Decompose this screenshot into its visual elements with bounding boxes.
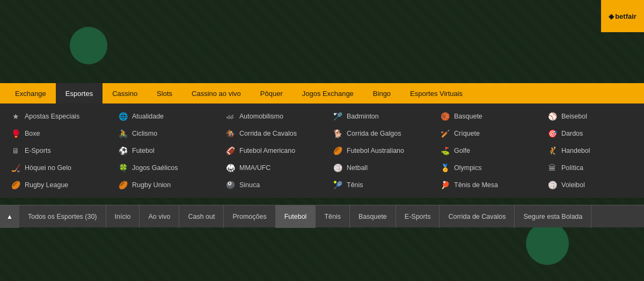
sport-item-tênis-de-mesa[interactable]: 🏓Tênis de Mesa (429, 176, 537, 194)
sport-item-beisebol[interactable]: ⚾Beisebol (537, 108, 644, 125)
sport-item-badminton[interactable]: 🏸Badminton (322, 108, 429, 125)
sport-label: Golfe (454, 147, 470, 154)
nav-item-jogos-exchange[interactable]: Jogos Exchange (292, 83, 363, 103)
bottom-tab-cash-out[interactable]: Cash out (179, 205, 224, 228)
sport-item-dardos[interactable]: 🎯Dardos (537, 125, 644, 142)
bottom-tab-promoções[interactable]: Promoções (224, 205, 275, 228)
bottom-tab-corrida-de-cavalos[interactable]: Corrida de Cavalos (440, 205, 515, 228)
sport-item-apostas-especiais[interactable]: ★Apostas Especiais (0, 108, 107, 125)
nav-item-cassino-ao-vivo[interactable]: Cassino ao vivo (182, 83, 251, 103)
sport-icon-basquete: 🏀 (440, 112, 450, 121)
sport-item-corrida-de-galgos[interactable]: 🐕Corrida de Galgos (322, 125, 429, 142)
sport-label: Política (561, 164, 583, 172)
sport-icon-ciclismo: 🚴 (118, 129, 128, 138)
sport-item-voleibol[interactable]: 🏐Voleibol (537, 176, 644, 194)
sport-icon-atualidade: 🌐 (118, 112, 128, 121)
sport-item-automobilismo[interactable]: 🏎Automobilismo (215, 108, 322, 125)
sport-item-corrida-de-cavalos[interactable]: 🏇Corrida de Cavalos (215, 125, 322, 142)
nav-item-slots[interactable]: Slots (147, 83, 182, 103)
sport-item-hóquei-no-gelo[interactable]: 🏒Hóquei no Gelo (0, 159, 107, 176)
sport-icon-handebol: 🤾 (547, 146, 557, 156)
sport-icon-política: 🏛 (547, 163, 557, 173)
sport-label: Beisebol (561, 113, 587, 120)
sport-icon-olympics: 🏅 (440, 163, 450, 173)
nav-item-cassino[interactable]: Cassino (103, 83, 147, 103)
sport-label: Futebol Australiano (347, 147, 404, 154)
sport-label: Rugby League (25, 181, 68, 189)
sport-label: Boxe (25, 130, 40, 137)
decorative-circle-top (70, 27, 107, 64)
sport-icon-hóquei-no-gelo: 🏒 (11, 163, 20, 173)
sport-item-futebol-australiano[interactable]: 🏉Futebol Australiano (322, 142, 429, 159)
sport-label: Atualidade (132, 113, 164, 120)
sport-icon-rugby-union: 🏉 (118, 180, 128, 190)
header-logo-area: ◆ betfair (601, 0, 644, 32)
bottom-tab-segure-esta-bolada[interactable]: Segure esta Bolada (515, 205, 591, 228)
sport-label: Sinuca (239, 181, 260, 189)
sport-item-rugby-league[interactable]: 🏉Rugby League (0, 176, 107, 194)
sport-icon-apostas-especiais: ★ (11, 112, 20, 121)
sport-item-golfe[interactable]: ⛳Golfe (429, 142, 537, 159)
sport-label: Corrida de Cavalos (239, 130, 297, 137)
sport-item-netball[interactable]: 🏐Netball (322, 159, 429, 176)
sport-icon-e-sports: 🖥 (11, 146, 20, 156)
bottom-tab-e-sports[interactable]: E-Sports (396, 205, 440, 228)
sport-item-ciclismo[interactable]: 🚴Ciclismo (107, 125, 215, 142)
nav-item-esportes[interactable]: Esportes (56, 83, 103, 103)
sport-label: Jogos Gaélicos (132, 164, 178, 172)
sport-item-e-sports[interactable]: 🖥E-Sports (0, 142, 107, 159)
betfair-logo: ◆ betfair (609, 12, 636, 20)
nav-item-bingo[interactable]: Bingo (363, 83, 400, 103)
sport-label: Futebol (132, 147, 155, 154)
bottom-tab-basquete[interactable]: Basquete (350, 205, 396, 228)
sport-label: Tênis de Mesa (454, 181, 498, 189)
all-sports-tab[interactable]: Todos os Esportes (30) (19, 205, 106, 228)
nav-item-pôquer[interactable]: Pôquer (251, 83, 292, 103)
sport-icon-jogos-gaélicos: 🍀 (118, 163, 128, 173)
bottom-tab-bar: ▲ Todos os Esportes (30) InícioAo vivoCa… (0, 205, 644, 227)
sport-label: Badminton (347, 113, 379, 120)
sport-label: Corrida de Galgos (347, 130, 401, 137)
sport-label: Críquete (454, 130, 480, 137)
sport-icon-badminton: 🏸 (333, 112, 342, 121)
sport-icon-rugby-league: 🏉 (11, 180, 20, 190)
sport-item-futebol-americano[interactable]: 🏈Futebol Americano (215, 142, 322, 159)
bottom-tab-início[interactable]: Início (106, 205, 140, 228)
sport-icon-golfe: ⛳ (440, 146, 450, 156)
nav-item-esportes-virtuais[interactable]: Esportes Virtuais (400, 83, 472, 103)
sports-grid: ★Apostas Especiais🌐Atualidade🏎Automobili… (0, 103, 644, 198)
sport-item-sinuca[interactable]: 🎱Sinuca (215, 176, 322, 194)
sport-icon-corrida-de-cavalos: 🏇 (225, 129, 235, 138)
sport-item-rugby-union[interactable]: 🏉Rugby Union (107, 176, 215, 194)
sport-label: Handebol (561, 147, 590, 154)
sport-item-críquete[interactable]: 🏏Críquete (429, 125, 537, 142)
bottom-tab-futebol[interactable]: Futebol (276, 205, 316, 228)
sport-icon-mma/ufc: 🥋 (225, 163, 235, 173)
sport-item-mma/ufc[interactable]: 🥋MMA/UFC (215, 159, 322, 176)
sport-label: Apostas Especiais (25, 113, 79, 120)
bottom-toggle-button[interactable]: ▲ (0, 205, 19, 228)
sport-item-basquete[interactable]: 🏀Basquete (429, 108, 537, 125)
sport-item-jogos-gaélicos[interactable]: 🍀Jogos Gaélicos (107, 159, 215, 176)
sport-label: Netball (347, 164, 368, 172)
sport-label: Ciclismo (132, 130, 157, 137)
sport-icon-boxe: 🥊 (11, 129, 20, 138)
decorative-circle-bottom (526, 222, 569, 265)
sport-item-handebol[interactable]: 🤾Handebol (537, 142, 644, 159)
sport-item-atualidade[interactable]: 🌐Atualidade (107, 108, 215, 125)
sport-label: Automobilismo (239, 113, 283, 120)
sport-icon-beisebol: ⚾ (547, 112, 557, 121)
sport-item-olympics[interactable]: 🏅Olympics (429, 159, 537, 176)
sport-label: Basquete (454, 113, 482, 120)
sport-icon-críquete: 🏏 (440, 129, 450, 138)
bottom-tab-tênis[interactable]: Tênis (316, 205, 350, 228)
sport-item-política[interactable]: 🏛Política (537, 159, 644, 176)
sport-item-boxe[interactable]: 🥊Boxe (0, 125, 107, 142)
bottom-tab-ao-vivo[interactable]: Ao vivo (140, 205, 179, 228)
sport-label: Rugby Union (132, 181, 171, 189)
sport-item-futebol[interactable]: ⚽Futebol (107, 142, 215, 159)
nav-item-exchange[interactable]: Exchange (5, 83, 56, 103)
sport-icon-voleibol: 🏐 (547, 180, 557, 190)
sport-label: Voleibol (561, 181, 585, 189)
sport-item-tênis[interactable]: 🎾Tênis (322, 176, 429, 194)
